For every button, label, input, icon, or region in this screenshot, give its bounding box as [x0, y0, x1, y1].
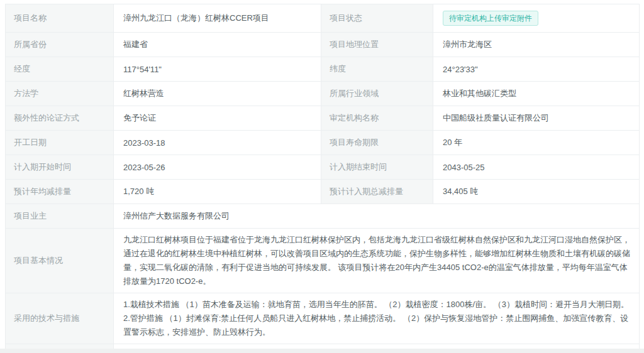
value-methodology: 红树林营造 — [114, 82, 321, 106]
label-audit-agency: 审定机构名称 — [321, 106, 433, 131]
label-industry-field: 所属行业领域 — [321, 82, 433, 106]
value-tech-measures: 1.栽植技术措施 （1）苗木准备及运输：就地育苗，选用当年生的胚苗。 （2）栽植… — [114, 293, 640, 344]
value-lifespan: 20 年 — [433, 131, 640, 155]
label-latitude: 纬度 — [321, 57, 433, 82]
label-crediting-start: 计入期开始时间 — [6, 155, 114, 180]
label-start-date: 开工日期 — [6, 131, 114, 155]
label-project-status: 项目状态 — [321, 4, 433, 33]
table-row-owner: 项目业主 漳州信产大数据服务有限公司 — [6, 204, 640, 229]
table-row-reduction-amounts: 预计年均减排量 1,720 吨 预计计入期总减排量 34,405 吨 — [6, 180, 640, 204]
label-annual-reduction: 预计年均减排量 — [6, 180, 114, 204]
label-longitude: 经度 — [6, 57, 114, 82]
label-project-name: 项目名称 — [6, 4, 114, 33]
value-additionality: 免予论证 — [114, 106, 321, 131]
table-row-basic-info: 项目基本情况 九龙江口红树林项目位于福建省位于龙海九龙江口红树林保护区内，包括龙… — [6, 229, 640, 293]
table-row-crediting-period: 计入期开始时间 2023-05-26 计入期结束时间 2043-05-25 — [6, 155, 640, 180]
project-detail-table: 项目名称 漳州九龙江口（龙海）红树林CCER项目 项目状态 待审定机构上传审定附… — [5, 4, 640, 353]
label-lifespan: 项目寿命期限 — [321, 131, 433, 155]
label-project-owner: 项目业主 — [6, 204, 114, 229]
value-start-date: 2023-03-18 — [114, 131, 321, 155]
label-tech-measures: 采用的技术与措施 — [6, 293, 114, 344]
table-row-startdate-lifespan: 开工日期 2023-03-18 项目寿命期限 20 年 — [6, 131, 640, 155]
value-project-name: 漳州九龙江口（龙海）红树林CCER项目 — [114, 4, 321, 33]
label-additionality: 额外性的论证方式 — [6, 106, 114, 131]
table-row-tech-measures: 采用的技术与措施 1.栽植技术措施 （1）苗木准备及运输：就地育苗，选用当年生的… — [6, 293, 640, 344]
label-geo-location: 项目地理位置 — [321, 33, 433, 57]
value-crediting-start: 2023-05-26 — [114, 155, 321, 180]
table-row-methodology-industry: 方法学 红树林营造 所属行业领域 林业和其他碳汇类型 — [6, 82, 640, 106]
value-geo-location: 漳州市龙海区 — [433, 33, 640, 57]
page-bottom-strip — [0, 349, 644, 353]
value-total-reduction: 34,405 吨 — [433, 180, 640, 204]
value-industry-field: 林业和其他碳汇类型 — [433, 82, 640, 106]
label-basic-info: 项目基本情况 — [6, 229, 114, 293]
value-project-status: 待审定机构上传审定附件 — [433, 4, 640, 33]
project-detail-page: 项目名称 漳州九龙江口（龙海）红树林CCER项目 项目状态 待审定机构上传审定附… — [0, 0, 644, 353]
value-longitude: 117°54'11" — [114, 57, 321, 82]
table-row-longitude-latitude: 经度 117°54'11" 纬度 24°23'33" — [6, 57, 640, 82]
label-crediting-end: 计入期结束时间 — [321, 155, 433, 180]
status-badge: 待审定机构上传审定附件 — [443, 11, 538, 26]
table-row-additionality-agency: 额外性的论证方式 免予论证 审定机构名称 中国船级社质量认证有限公司 — [6, 106, 640, 131]
table-row-province-location: 所属省份 福建省 项目地理位置 漳州市龙海区 — [6, 33, 640, 57]
label-methodology: 方法学 — [6, 82, 114, 106]
value-annual-reduction: 1,720 吨 — [114, 180, 321, 204]
value-latitude: 24°23'33" — [433, 57, 640, 82]
value-audit-agency: 中国船级社质量认证有限公司 — [433, 106, 640, 131]
value-province: 福建省 — [114, 33, 321, 57]
value-project-owner: 漳州信产大数据服务有限公司 — [114, 204, 640, 229]
table-row-name-status: 项目名称 漳州九龙江口（龙海）红树林CCER项目 项目状态 待审定机构上传审定附… — [6, 4, 640, 33]
label-total-reduction: 预计计入期总减排量 — [321, 180, 433, 204]
label-province: 所属省份 — [6, 33, 114, 57]
value-crediting-end: 2043-05-25 — [433, 155, 640, 180]
value-basic-info: 九龙江口红树林项目位于福建省位于龙海九龙江口红树林保护区内，包括龙海九龙江口省级… — [114, 229, 640, 293]
